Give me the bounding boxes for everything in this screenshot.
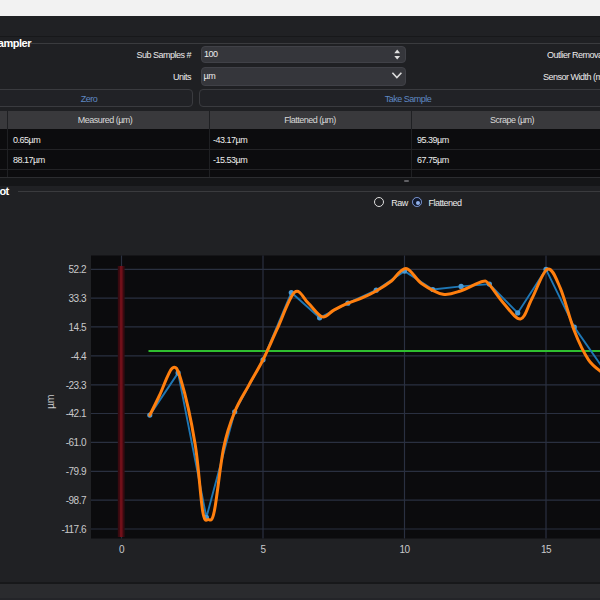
svg-text:-79.9: -79.9 [66, 466, 87, 477]
svg-text:-42.1: -42.1 [66, 408, 87, 419]
svg-text:µm: µm [44, 394, 56, 409]
svg-text:0: 0 [119, 544, 125, 555]
svg-text:-61.0: -61.0 [66, 437, 87, 448]
svg-text:-117.6: -117.6 [61, 524, 87, 535]
svg-text:33.3: 33.3 [69, 293, 87, 304]
svg-text:52.2: 52.2 [69, 264, 87, 275]
svg-text:14.5: 14.5 [69, 322, 87, 333]
svg-text:-23.3: -23.3 [66, 380, 87, 391]
svg-text:-98.7: -98.7 [66, 495, 87, 506]
svg-text:5: 5 [260, 544, 266, 555]
svg-text:15: 15 [541, 544, 552, 555]
svg-text:-4.4: -4.4 [71, 351, 87, 362]
svg-text:10: 10 [399, 544, 410, 555]
